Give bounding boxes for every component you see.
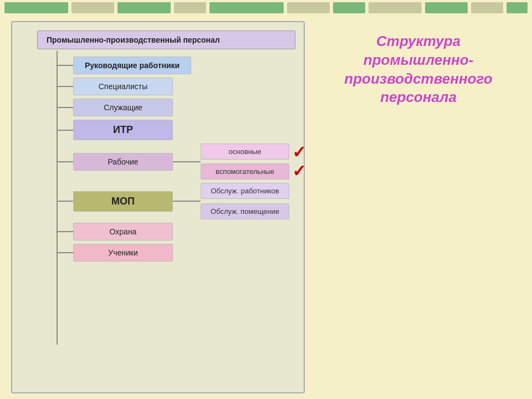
org-chart-area: Промышленно-производственный персонал Ру… <box>11 21 305 393</box>
org-item-rukovodyashchie: Руководящие работники <box>57 57 306 74</box>
top-bar-segment <box>369 2 422 13</box>
top-bar-segment <box>287 2 330 13</box>
h-connector-to-branch-rabochie <box>173 161 201 162</box>
top-bar-segment <box>333 2 365 13</box>
top-bar-segment <box>471 2 503 13</box>
items-column: Руководящие работники Специалисты Служащ… <box>57 51 306 267</box>
top-bar-segment <box>425 2 468 13</box>
box-ohrana: Охрана <box>73 223 173 241</box>
h-connector-ucheniki <box>57 252 73 253</box>
box-spetsialisty: Специалисты <box>73 78 173 95</box>
h-connector-rabochie <box>57 161 73 162</box>
top-bar-segment <box>174 2 206 13</box>
org-item-sluzhashchie: Служащие <box>57 99 306 116</box>
title-line2: промышленно- <box>364 52 473 68</box>
top-decorative-bar <box>0 0 532 16</box>
top-box: Промышленно-производственный персонал <box>37 30 295 49</box>
box-itr: ИТР <box>73 120 173 140</box>
mop-branch: Обслуж. работников Обслуж. помещение <box>201 183 289 219</box>
title-line1: Структура <box>376 33 461 49</box>
h-connector-sluzhashchie <box>57 107 73 108</box>
checkmark-1: ✓ <box>292 144 306 161</box>
box-ucheniki: Ученики <box>73 244 173 262</box>
mop-branch-row2: Обслуж. помещение <box>201 203 289 219</box>
top-bar-segment <box>4 2 68 13</box>
checkmark-2: ✓ <box>292 163 306 180</box>
page-title: Структура промышленно- производственного… <box>344 32 492 107</box>
top-bar-segment <box>209 2 284 13</box>
org-item-mop: МОП Обслуж. работников Обслуж. помещение <box>57 183 306 219</box>
top-bar-segment <box>507 2 528 13</box>
title-line4: персонала <box>380 89 457 105</box>
top-bar-segment <box>117 2 171 13</box>
branch-box-osnovnye: основные <box>201 144 289 160</box>
title-line3: производственного <box>344 70 492 87</box>
org-item-ucheniki: Ученики <box>57 244 306 262</box>
branch-box-obsluzhrab: Обслуж. работников <box>201 183 289 199</box>
main-content: Промышленно-производственный персонал Ру… <box>0 16 532 399</box>
org-item-itr: ИТР <box>57 120 306 140</box>
h-connector-to-branch-mop <box>173 201 201 202</box>
title-section: Структура промышленно- производственного… <box>316 21 521 393</box>
org-item-ohrana: Охрана <box>57 223 306 241</box>
branch-box-obsluzhpom: Обслуж. помещение <box>201 203 289 219</box>
box-sluzhashchie: Служащие <box>73 99 173 116</box>
h-connector-itr <box>57 130 73 131</box>
box-rukovodyashchie: Руководящие работники <box>73 57 191 74</box>
rabochie-branch-row1: основные ✓ <box>201 144 306 161</box>
rabochie-branch-row2: вспомогательные ✓ <box>201 163 306 180</box>
h-connector-rukovodyashchie <box>57 65 73 66</box>
org-item-spetsialisty: Специалисты <box>57 78 306 95</box>
h-connector-ohrana <box>57 231 73 232</box>
org-item-rabochie: Рабочие основные ✓ <box>57 144 306 180</box>
top-bar-segment <box>71 2 114 13</box>
box-rabochie: Рабочие <box>73 153 173 171</box>
rabochie-branch: основные ✓ вспомогательные ✓ <box>201 144 306 180</box>
mop-branch-row1: Обслуж. работников <box>201 183 289 201</box>
box-mop: МОП <box>73 191 173 212</box>
h-connector-mop <box>57 201 73 202</box>
h-connector-spetsialisty <box>57 86 73 87</box>
top-box-label: Промышленно-производственный персонал <box>47 35 220 44</box>
branch-box-vspomog: вспомогательные <box>201 163 289 180</box>
